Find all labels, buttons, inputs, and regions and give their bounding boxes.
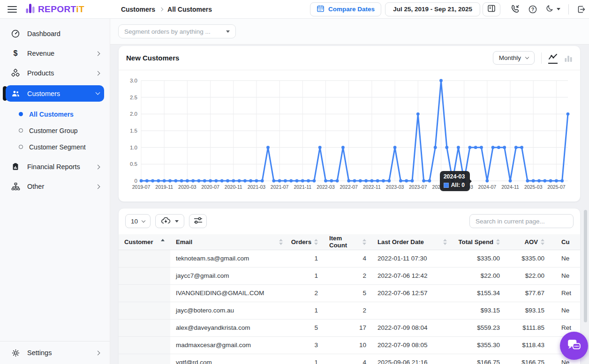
sort-icon [279, 239, 283, 245]
call-support-icon[interactable] [510, 4, 520, 14]
cell-email: IVANGNEIDING@GMAIL.COM [170, 284, 288, 302]
active-accent-bar [3, 86, 7, 101]
cell-customer [119, 336, 170, 354]
cell-aov: $335.00 [506, 250, 550, 267]
cell-last_order_date: 2022-07-09 08:04 [372, 319, 453, 336]
col-header-orders[interactable]: Orders [288, 234, 324, 250]
granularity-select[interactable]: Monthly [493, 51, 535, 65]
cell-item_count: 2 [324, 302, 372, 319]
sidebar-item-products[interactable]: Products [6, 66, 104, 81]
sidebar-item-other[interactable]: Other [6, 179, 104, 194]
table-row[interactable]: madmaxcesar@gmail.com3102022-07-09 08:05… [119, 336, 580, 354]
cell-email: jaycc7@gmail.com [170, 267, 288, 284]
sidebar-item-customer-segment[interactable]: Customer Segment [6, 141, 104, 153]
table-body: teknoteam.sa@gmail.com142022-01-11 07:30… [119, 250, 580, 364]
sidebar-item-financial-reports[interactable]: Financial Reports [6, 159, 104, 174]
chevron-down-icon [557, 8, 560, 10]
logout-icon[interactable] [577, 5, 586, 14]
compare-dates-button[interactable]: Compare Dates [310, 2, 381, 16]
topbar: REPORTiT Customers All Customers Compare… [0, 0, 589, 19]
table-row[interactable]: teknoteam.sa@gmail.com142022-01-11 07:30… [119, 250, 580, 267]
radio-unselected-icon [19, 128, 23, 133]
chart-area[interactable]: 00.51.01.52.02.53.02019-072019-112020-03… [119, 70, 580, 196]
chart-tooltip: 2024-03 All: 0 [440, 171, 470, 191]
filter-strip: Segment orders by anything ... [110, 19, 589, 45]
col-header-aov[interactable]: AOV [506, 234, 550, 250]
sidebar-item-customers[interactable]: Customers [6, 85, 104, 102]
cell-customer_type: Ne [550, 302, 580, 319]
line-chart-toggle-icon[interactable] [548, 52, 558, 64]
cell-total_spend: $166.75 [453, 354, 506, 364]
table-row[interactable]: alex@daveyandkrista.com5172022-07-09 08:… [119, 319, 580, 336]
scrollbar-thumb[interactable] [584, 210, 587, 322]
cell-orders: 5 [288, 319, 324, 336]
date-picker-panel-button[interactable] [483, 2, 500, 16]
col-header-last_order_date[interactable]: Last Order Date [372, 234, 453, 250]
svg-text:?: ? [531, 7, 534, 12]
cell-aov: $77.67 [506, 284, 550, 302]
column-filter-button[interactable] [189, 214, 207, 228]
sidebar-item-label: Products [27, 69, 90, 77]
chevron-right-icon [96, 184, 100, 189]
breadcrumb-all-customers[interactable]: All Customers [167, 6, 212, 13]
chevron-right-icon [96, 164, 100, 169]
svg-text:2022-11: 2022-11 [363, 184, 381, 190]
table-row[interactable]: jaycc7@gmail.com122022-07-06 12:42$22.00… [119, 267, 580, 284]
dark-mode-toggle[interactable] [545, 4, 560, 15]
sidebar-item-all-customers[interactable]: All Customers [6, 108, 104, 120]
page-size-select[interactable]: 10 [125, 214, 151, 228]
date-range-field[interactable]: Jul 25, 2019 - Sep 21, 2025 [385, 2, 480, 16]
customers-table-card: 10 Custome [118, 208, 581, 364]
svg-text:2.5: 2.5 [130, 95, 137, 100]
table-scroll-area[interactable]: CustomerEmailOrdersItem CountLast Order … [119, 234, 580, 364]
sort-icon [314, 239, 318, 245]
dollar-icon: $ [10, 49, 21, 58]
cell-item_count: 10 [324, 336, 372, 354]
help-icon[interactable]: ? [528, 5, 537, 14]
sidebar-item-customer-group[interactable]: Customer Group [6, 125, 104, 136]
cell-customer [119, 319, 170, 336]
breadcrumb-customers[interactable]: Customers [121, 6, 155, 13]
sidebar-item-dashboard[interactable]: Dashboard [6, 26, 104, 41]
cell-orders: 1 [288, 267, 324, 284]
segment-placeholder: Segment orders by anything ... [124, 28, 211, 35]
cell-email: jayc@botero.com.au [170, 302, 288, 319]
sidebar-item-settings[interactable]: Settings [0, 341, 110, 364]
col-header-item_count[interactable]: Item Count [324, 234, 372, 250]
table-row[interactable]: vgtf@rd.com142025-09-06 21:16$166.75$166… [119, 354, 580, 364]
table-row[interactable]: IVANGNEIDING@GMAIL.COM252022-07-06 12:57… [119, 284, 580, 302]
moon-icon [545, 4, 554, 15]
col-header-customer_type[interactable]: Cu [550, 234, 580, 250]
app-logo[interactable]: REPORTiT [26, 3, 84, 16]
breadcrumb-separator-icon [159, 7, 163, 11]
svg-text:1.5: 1.5 [130, 128, 137, 134]
cell-aov: $166.75 [506, 354, 550, 364]
cell-customer_type: Ne [550, 267, 580, 284]
cell-last_order_date: 2022-07-06 12:57 [372, 284, 453, 302]
segment-orders-select[interactable]: Segment orders by anything ... [118, 24, 236, 38]
sidebar-item-revenue[interactable]: $ Revenue [6, 46, 104, 61]
bar-chart-toggle-icon[interactable] [564, 54, 573, 62]
sort-icon [161, 239, 165, 245]
svg-text:3.0: 3.0 [130, 78, 137, 83]
col-header-total_spend[interactable]: Total Spend [453, 234, 506, 250]
customers-submenu: All Customers Customer Group Customer Se… [6, 107, 104, 159]
chat-widget-button[interactable] [560, 332, 588, 360]
customers-table: CustomerEmailOrdersItem CountLast Order … [119, 234, 580, 364]
chat-bubbles-icon [566, 338, 581, 353]
cell-customer [119, 302, 170, 319]
sidebar-item-label: Customers [27, 90, 90, 97]
search-input[interactable] [469, 214, 574, 228]
cell-orders: 3 [288, 336, 324, 354]
sub-item-label: Customer Group [29, 127, 77, 134]
col-label: Cu [561, 238, 570, 245]
export-button[interactable] [155, 214, 184, 228]
cell-total_spend: $355.30 [453, 336, 506, 354]
svg-text:2023-07: 2023-07 [409, 184, 427, 190]
col-header-customer[interactable]: Customer [119, 234, 170, 250]
hamburger-menu-icon[interactable] [8, 6, 17, 13]
svg-text:2020-11: 2020-11 [225, 184, 242, 190]
svg-text:0.5: 0.5 [130, 161, 137, 167]
col-header-email[interactable]: Email [170, 234, 288, 250]
table-row[interactable]: jayc@botero.com.au12$93.15$93.15Ne [119, 302, 580, 319]
